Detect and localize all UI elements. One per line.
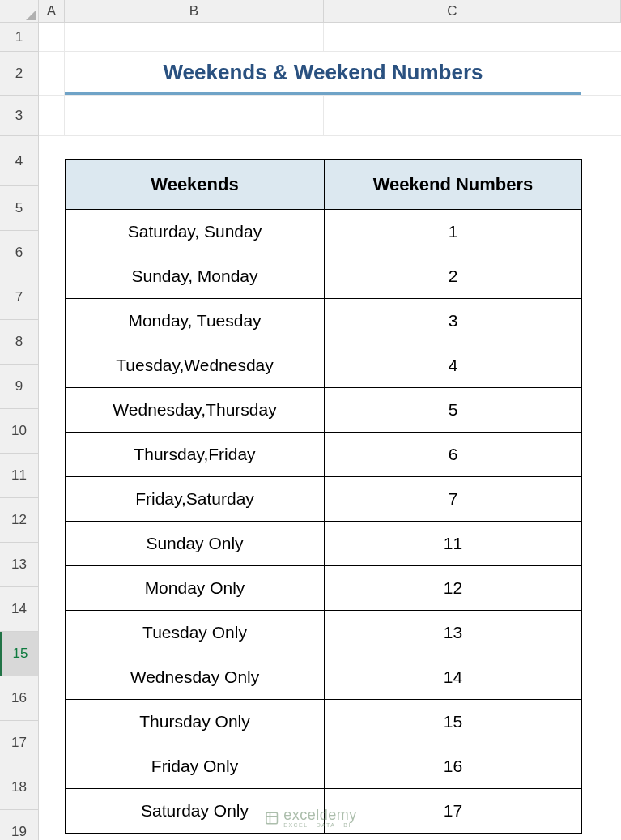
row-header-6[interactable]: 6 — [0, 231, 38, 275]
row-header-15[interactable]: 15 — [0, 632, 38, 676]
cell-a11[interactable] — [39, 454, 65, 497]
header-weekends[interactable]: Weekends — [66, 160, 325, 210]
row-header-5[interactable]: 5 — [0, 186, 38, 231]
cell-weekend-number[interactable]: 15 — [325, 700, 582, 744]
row-header-13[interactable]: 13 — [0, 543, 38, 587]
row-header-8[interactable]: 8 — [0, 320, 38, 365]
watermark-main: exceldemy — [283, 808, 357, 822]
cell-a17[interactable] — [39, 721, 65, 765]
column-header-c[interactable]: C — [324, 0, 581, 22]
column-header-b[interactable]: B — [65, 0, 324, 22]
row-header-11[interactable]: 11 — [0, 454, 38, 498]
cell-a7[interactable] — [39, 275, 65, 319]
cell-a12[interactable] — [39, 498, 65, 542]
cell-weekends[interactable]: Monday, Tuesday — [66, 299, 325, 343]
cell-d6[interactable] — [581, 231, 621, 275]
cell-weekend-number[interactable]: 13 — [325, 611, 582, 655]
cell-a4[interactable] — [39, 136, 65, 185]
cell-d1[interactable] — [581, 23, 621, 51]
cell-a5[interactable] — [39, 186, 65, 230]
row-header-16[interactable]: 16 — [0, 676, 38, 721]
cell-a19[interactable] — [39, 810, 65, 840]
cell-d17[interactable] — [581, 721, 621, 765]
cell-a3[interactable] — [39, 96, 65, 135]
cell-c1[interactable] — [324, 23, 581, 51]
cell-weekend-number[interactable]: 5 — [325, 388, 582, 433]
row-header-4[interactable]: 4 — [0, 136, 38, 186]
cell-weekends[interactable]: Friday Only — [66, 744, 325, 789]
cell-d8[interactable] — [581, 320, 621, 364]
cell-weekend-number[interactable]: 7 — [325, 477, 582, 522]
cell-d16[interactable] — [581, 676, 621, 720]
page-title[interactable]: Weekends & Weekend Numbers — [65, 52, 581, 95]
cell-a6[interactable] — [39, 231, 65, 275]
cell-a14[interactable] — [39, 587, 65, 631]
row-header-18[interactable]: 18 — [0, 765, 38, 810]
cell-d15[interactable] — [581, 632, 621, 676]
row-header-17[interactable]: 17 — [0, 721, 38, 765]
cell-weekends[interactable]: Wednesday,Thursday — [66, 388, 325, 433]
cell-c3[interactable] — [324, 96, 581, 135]
cell-a13[interactable] — [39, 543, 65, 586]
cell-weekends[interactable]: Tuesday Only — [66, 611, 325, 655]
cell-weekend-number[interactable]: 3 — [325, 299, 582, 343]
cell-weekends[interactable]: Tuesday,Wednesday — [66, 343, 325, 388]
cell-a9[interactable] — [39, 365, 65, 408]
cell-a15[interactable] — [39, 632, 65, 676]
cell-d19[interactable] — [581, 810, 621, 840]
cell-d9[interactable] — [581, 365, 621, 408]
table-row: Monday Only12 — [66, 566, 582, 611]
cell-a1[interactable] — [39, 23, 65, 51]
cell-a18[interactable] — [39, 765, 65, 809]
cell-weekends[interactable]: Sunday, Monday — [66, 254, 325, 299]
row-header-12[interactable]: 12 — [0, 498, 38, 543]
cells-area[interactable]: Weekends & Weekend Numbers Weekends Week… — [39, 23, 621, 840]
cell-weekend-number[interactable]: 12 — [325, 566, 582, 611]
cell-weekends[interactable]: Thursday Only — [66, 700, 325, 744]
column-header-blank[interactable] — [581, 0, 621, 22]
select-all-corner[interactable] — [0, 0, 38, 23]
row-header-7[interactable]: 7 — [0, 275, 38, 320]
cell-weekend-number[interactable]: 16 — [325, 744, 582, 789]
cell-weekends[interactable]: Saturday, Sunday — [66, 210, 325, 254]
row-header-2[interactable]: 2 — [0, 52, 38, 96]
row-header-9[interactable]: 9 — [0, 365, 38, 409]
cell-d4[interactable] — [581, 136, 621, 185]
row-header-19[interactable]: 19 — [0, 810, 38, 840]
cell-d18[interactable] — [581, 765, 621, 809]
cell-d2[interactable] — [581, 52, 621, 95]
cell-d11[interactable] — [581, 454, 621, 497]
cell-b1[interactable] — [65, 23, 324, 51]
cell-weekend-number[interactable]: 1 — [325, 210, 582, 254]
cell-weekends[interactable]: Friday,Saturday — [66, 477, 325, 522]
row-header-10[interactable]: 10 — [0, 409, 38, 454]
row-header-14[interactable]: 14 — [0, 587, 38, 632]
cell-d12[interactable] — [581, 498, 621, 542]
cell-a10[interactable] — [39, 409, 65, 453]
cell-a16[interactable] — [39, 676, 65, 720]
row-header-3[interactable]: 3 — [0, 96, 38, 136]
cell-d3[interactable] — [581, 96, 621, 135]
cell-d7[interactable] — [581, 275, 621, 319]
cell-d5[interactable] — [581, 186, 621, 230]
cell-a2[interactable] — [39, 52, 65, 95]
cell-d10[interactable] — [581, 409, 621, 453]
cell-d14[interactable] — [581, 587, 621, 631]
cell-weekend-number[interactable]: 4 — [325, 343, 582, 388]
cell-weekend-number[interactable]: 6 — [325, 433, 582, 477]
cell-weekends[interactable]: Sunday Only — [66, 522, 325, 566]
cell-d13[interactable] — [581, 543, 621, 586]
cell-weekend-number[interactable]: 14 — [325, 655, 582, 700]
cell-weekends[interactable]: Monday Only — [66, 566, 325, 611]
cell-weekends[interactable]: Wednesday Only — [66, 655, 325, 700]
cell-weekend-number[interactable]: 2 — [325, 254, 582, 299]
column-header-a[interactable]: A — [39, 0, 65, 22]
cell-weekends[interactable]: Thursday,Friday — [66, 433, 325, 477]
header-weekend-numbers[interactable]: Weekend Numbers — [325, 160, 582, 210]
cell-b3[interactable] — [65, 96, 324, 135]
main-grid-area: A B C Weekends & Weekend Numbers Weekend… — [39, 0, 621, 840]
cell-a8[interactable] — [39, 320, 65, 364]
row-header-1[interactable]: 1 — [0, 23, 38, 52]
cell-weekend-number[interactable]: 17 — [325, 789, 582, 834]
cell-weekend-number[interactable]: 11 — [325, 522, 582, 566]
